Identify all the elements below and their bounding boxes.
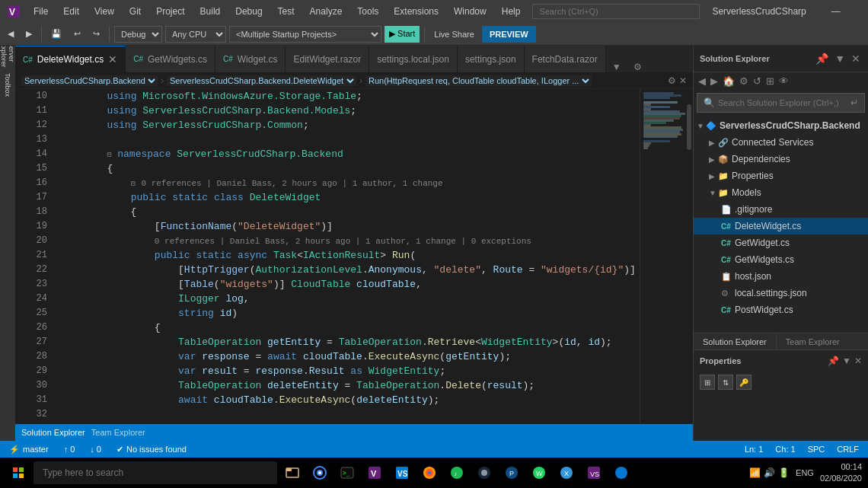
panel-pin-icon[interactable]: 📌 [814,51,830,66]
menu-file[interactable]: File [27,5,54,18]
start-button[interactable]: ▶ Start [385,26,420,43]
scrollbar-thumb[interactable] [687,104,691,150]
se-settings-icon[interactable]: ⚙ [738,74,750,88]
tree-item-local-settings[interactable]: ⚙ local.settings.json [694,285,868,301]
tab-settings[interactable]: settings.json [458,46,525,72]
se-show-all-icon[interactable]: 👁 [777,74,790,88]
taskbar-vs2-icon[interactable]: VS [582,461,606,485]
taskbar-search-input[interactable] [34,461,277,484]
solution-explorer-bottom-tab[interactable]: Solution Explorer [694,333,777,349]
tree-item-get-widgets[interactable]: C# GetWidgets.cs [694,251,868,268]
up-sync-item[interactable]: ↑ 0 [61,445,78,454]
battery-icon[interactable]: 🔋 [778,467,790,478]
maximize-button[interactable]: □ [854,0,868,23]
se-home-icon[interactable]: 🏠 [721,74,736,88]
menu-build[interactable]: Build [194,5,227,18]
taskbar-whatsapp-icon[interactable]: W [527,461,551,485]
properties-close-icon[interactable]: ✕ [854,356,862,366]
tree-item-gitignore[interactable]: 📄 .gitignore [694,201,868,218]
team-explorer-tab[interactable]: Team Explorer [91,428,145,437]
undo-button[interactable]: ↩ [69,26,85,43]
minimize-button[interactable]: — [819,0,854,23]
down-sync-item[interactable]: ↓ 0 [87,445,104,454]
start-button[interactable] [6,461,30,485]
taskbar-vscode-icon[interactable]: VS [390,461,414,485]
tab-settings-button[interactable]: ⚙ [627,62,648,72]
spc-item[interactable]: SPC [805,445,828,454]
menu-tools[interactable]: Tools [351,5,385,18]
tab-fetch-data[interactable]: FetchData.razor [525,46,606,72]
solution-search-input[interactable] [718,98,850,107]
tab-settings-local[interactable]: settings.local.json [369,46,458,72]
prop-icon-grid[interactable]: ⊞ [700,375,715,390]
redo-button[interactable]: ↪ [88,26,104,43]
panel-dropdown-icon[interactable]: ▼ [833,51,847,66]
tree-item-connected-services[interactable]: ▶ 🔗 Connected Services [694,134,868,151]
forward-button[interactable]: ▶ [21,26,37,43]
toolbox-icon[interactable]: Toolbox [2,79,14,91]
menu-help[interactable]: Help [496,5,527,18]
ch-item[interactable]: Ch: 1 [772,445,798,454]
menu-window[interactable]: Window [448,5,493,18]
code-content[interactable]: using Microsoft.WindowsAzure.Storage.Tab… [53,89,640,424]
tree-item-dependencies[interactable]: ▶ 📦 Dependencies [694,151,868,167]
editor-settings-icon[interactable]: ⚙ [668,75,676,86]
ln-item[interactable]: Ln: 1 [742,445,766,454]
menu-extensions[interactable]: Extensions [388,5,445,18]
tree-item-host-json[interactable]: 📋 host.json [694,268,868,285]
taskbar-terminal-icon[interactable]: >_ [335,461,359,485]
taskbar-vs-icon[interactable]: V [362,461,387,485]
prop-icon-props[interactable]: 🔑 [736,375,752,390]
volume-icon[interactable]: 🔊 [764,467,775,478]
wifi-icon[interactable]: 📶 [749,467,761,478]
tab-edit-widget[interactable]: EditWidget.razor [286,46,369,72]
solution-explorer-tab[interactable]: Solution Explorer [21,428,85,437]
se-back-icon[interactable]: ◀ [697,74,707,88]
menu-debug[interactable]: Debug [229,5,268,18]
taskbar-earth-icon[interactable] [609,461,633,485]
cpu-dropdown[interactable]: Any CPU [165,26,226,43]
menu-test[interactable]: Test [272,5,301,18]
taskbar-explorer-icon[interactable] [280,461,305,485]
run-selector[interactable]: Run(HttpRequest req, CloudTable cloudTab… [365,75,592,86]
tab-get-widgets[interactable]: C# GetWidgets.cs [126,46,215,72]
startup-dropdown[interactable]: <Multiple Startup Projects> [229,26,381,43]
menu-git[interactable]: Git [123,5,147,18]
back-button[interactable]: ◀ [3,26,18,43]
issues-item[interactable]: ✔ No issues found [113,445,190,455]
prop-icon-sort[interactable]: ⇅ [718,375,733,390]
title-search-input[interactable] [532,4,700,19]
team-explorer-bottom-tab[interactable]: Team Explorer [777,337,849,346]
menu-analyze[interactable]: Analyze [304,5,349,18]
tree-item-delete-widget[interactable]: C# DeleteWidget.cs [694,218,868,234]
se-refresh-icon[interactable]: ↺ [752,74,763,88]
taskbar-xamarin-icon[interactable]: X [554,461,579,485]
crlf-item[interactable]: CRLF [834,445,862,454]
taskbar-firefox-icon[interactable] [417,461,442,485]
editor-close-icon[interactable]: ✕ [679,75,687,86]
tab-overflow-button[interactable]: ▼ [606,62,627,72]
tab-close-0[interactable]: ✕ [108,53,117,65]
save-button[interactable]: 💾 [46,26,66,43]
method-selector[interactable]: ServerlessCrudCSharp.Backend.DeleteWidge… [167,75,356,86]
config-dropdown[interactable]: Debug [114,26,162,43]
server-explorer-icon[interactable]: Server Explorer [2,49,14,61]
menu-edit[interactable]: Edit [57,5,85,18]
tree-item-root[interactable]: ▼ 🔷 ServerlessCrudCSharp.Backend [694,117,868,134]
search-go-icon[interactable]: ↵ [850,97,858,108]
se-filter-icon[interactable]: ⊞ [764,74,776,88]
preview-button[interactable]: PREVIEW [482,26,536,43]
git-branch-item[interactable]: ⚡ master [6,445,52,455]
tab-widget[interactable]: C# Widget.cs [215,46,286,72]
editor-scrollbar[interactable] [685,89,693,424]
taskbar-app7-icon[interactable]: P [499,461,524,485]
panel-close-icon[interactable]: ✕ [850,51,862,66]
tree-item-post-widget[interactable]: C# PostWidget.cs [694,301,868,318]
taskbar-steam-icon[interactable] [472,461,496,485]
se-forward-icon[interactable]: ▶ [709,74,720,88]
menu-view[interactable]: View [88,5,120,18]
properties-pin-icon[interactable]: 📌 [828,356,839,366]
tab-delete-widget[interactable]: C# DeleteWidget.cs ✕ [15,46,126,72]
taskbar-spotify-icon[interactable]: ♪ [445,461,469,485]
properties-dropdown-icon[interactable]: ▼ [842,356,851,366]
